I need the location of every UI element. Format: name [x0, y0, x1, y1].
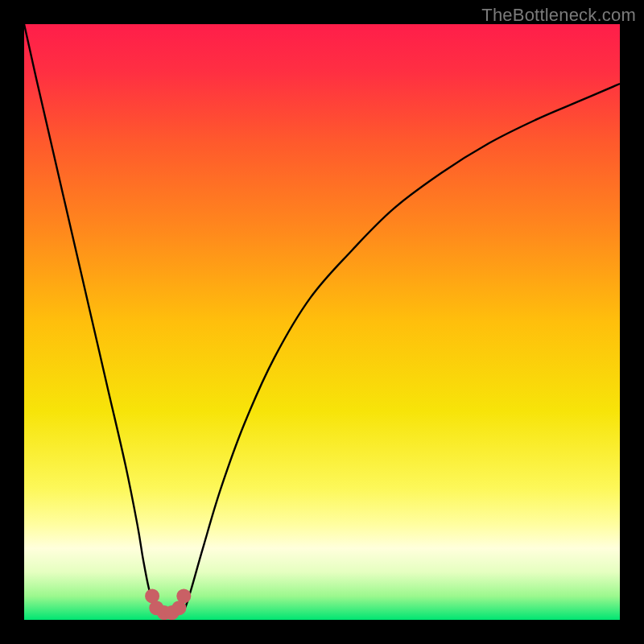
- plot-area: [24, 24, 620, 620]
- bottleneck-curve: [24, 24, 620, 614]
- min-region-dots: [145, 588, 191, 620]
- marker-dot: [176, 588, 191, 603]
- watermark-text: TheBottleneck.com: [481, 5, 636, 26]
- curve-layer: [24, 24, 620, 620]
